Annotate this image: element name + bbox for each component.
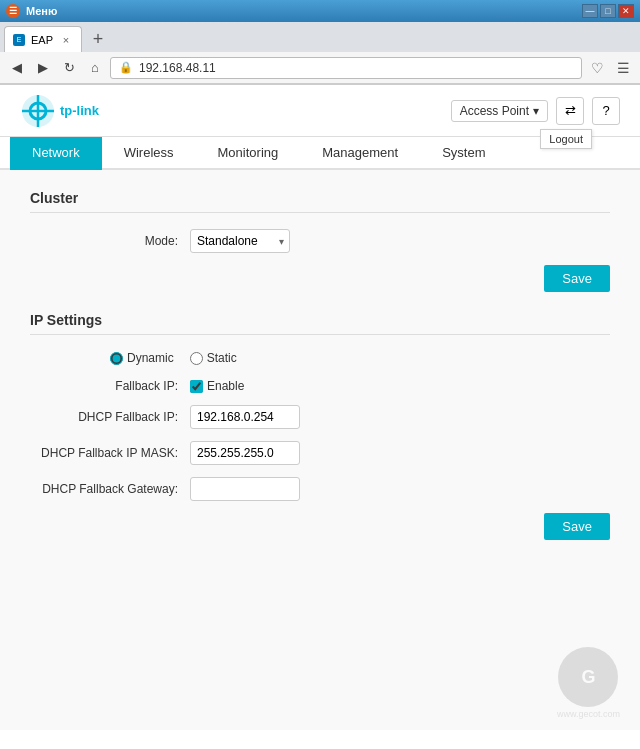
cluster-divider — [30, 212, 610, 213]
address-text: 192.168.48.11 — [139, 61, 573, 75]
logout-tooltip[interactable]: Logout — [540, 129, 592, 149]
title-bar-controls: — □ ✕ — [582, 4, 634, 18]
cluster-mode-row: Mode: Standalone Cluster ▾ — [30, 229, 610, 253]
tab-favicon: E — [13, 34, 25, 46]
nav-tab-system[interactable]: System — [420, 137, 507, 170]
app-header: tp-link Access Point ▾ ⇄ ? Logout — [0, 85, 640, 137]
logout-text: Logout — [549, 133, 583, 145]
dhcp-fallback-ip-row: DHCP Fallback IP: — [30, 405, 610, 429]
browser-menu-button[interactable]: ☰ — [612, 57, 634, 79]
tab-bar: E EAP × + — [0, 22, 640, 52]
browser-chrome: E EAP × + ◀ ▶ ↻ ⌂ 🔒 192.168.48.11 ♡ ☰ — [0, 22, 640, 85]
access-point-label: Access Point — [460, 104, 529, 118]
nav-tab-monitoring[interactable]: Monitoring — [196, 137, 301, 170]
dynamic-radio-option[interactable]: Dynamic — [110, 351, 174, 365]
cluster-mode-label: Mode: — [30, 234, 190, 248]
back-button[interactable]: ◀ — [6, 57, 28, 79]
dhcp-fallback-gw-row: DHCP Fallback Gateway: — [30, 477, 610, 501]
switch-account-button[interactable]: ⇄ — [556, 97, 584, 125]
dhcp-fallback-ip-input[interactable] — [190, 405, 300, 429]
dhcp-fallback-gw-input[interactable] — [190, 477, 300, 501]
logo-area: tp-link — [20, 93, 99, 129]
nav-tab-wireless[interactable]: Wireless — [102, 137, 196, 170]
watermark-circle: G — [558, 647, 618, 707]
title-bar-icon: ☰ — [6, 4, 20, 18]
cluster-mode-select[interactable]: Standalone Cluster — [190, 229, 290, 253]
watermark: G www.gecot.com — [557, 647, 620, 719]
forward-button[interactable]: ▶ — [32, 57, 54, 79]
fallback-ip-row: Fallback IP: Enable — [30, 379, 610, 393]
tab-close-button[interactable]: × — [59, 33, 73, 47]
dhcp-fallback-gw-label: DHCP Fallback Gateway: — [30, 482, 190, 496]
browser-action-buttons: ♡ ☰ — [586, 57, 634, 79]
app-container: tp-link Access Point ▾ ⇄ ? Logout Networ… — [0, 85, 640, 730]
nav-tab-network[interactable]: Network — [10, 137, 102, 170]
watermark-text: www.gecot.com — [557, 709, 620, 719]
browser-tab[interactable]: E EAP × — [4, 26, 82, 52]
dropdown-arrow-icon: ▾ — [533, 104, 539, 118]
static-label: Static — [207, 351, 237, 365]
minimize-button[interactable]: — — [582, 4, 598, 18]
static-radio[interactable] — [190, 352, 203, 365]
content-area: Cluster Mode: Standalone Cluster ▾ Save … — [0, 170, 640, 730]
dhcp-fallback-mask-label: DHCP Fallback IP MASK: — [30, 446, 190, 460]
bookmark-button[interactable]: ♡ — [586, 57, 608, 79]
close-button[interactable]: ✕ — [618, 4, 634, 18]
dynamic-label: Dynamic — [127, 351, 174, 365]
address-bar[interactable]: 🔒 192.168.48.11 — [110, 57, 582, 79]
ip-settings-divider — [30, 334, 610, 335]
dhcp-fallback-ip-label: DHCP Fallback IP: — [30, 410, 190, 424]
ip-settings-save-wrapper: Save — [30, 513, 610, 540]
fallback-ip-checkbox[interactable] — [190, 380, 203, 393]
help-button[interactable]: ? — [592, 97, 620, 125]
address-lock-icon: 🔒 — [119, 61, 133, 74]
fallback-ip-label: Fallback IP: — [30, 379, 190, 393]
nav-bar: ◀ ▶ ↻ ⌂ 🔒 192.168.48.11 ♡ ☰ — [0, 52, 640, 84]
fallback-ip-checkbox-label[interactable]: Enable — [190, 379, 244, 393]
dhcp-fallback-mask-row: DHCP Fallback IP MASK: — [30, 441, 610, 465]
header-right: Access Point ▾ ⇄ ? Logout — [451, 97, 620, 125]
maximize-button[interactable]: □ — [600, 4, 616, 18]
title-bar: ☰ Меню — □ ✕ — [0, 0, 640, 22]
access-point-button[interactable]: Access Point ▾ — [451, 100, 548, 122]
title-bar-text: Меню — [26, 5, 57, 17]
cluster-save-button[interactable]: Save — [544, 265, 610, 292]
cluster-section-title: Cluster — [30, 190, 610, 206]
home-button[interactable]: ⌂ — [84, 57, 106, 79]
tab-label: EAP — [31, 34, 53, 46]
ip-settings-section-title: IP Settings — [30, 312, 610, 328]
cluster-mode-select-wrapper: Standalone Cluster ▾ — [190, 229, 290, 253]
fallback-ip-enable-text: Enable — [207, 379, 244, 393]
logo-text: tp-link — [60, 103, 99, 118]
dynamic-radio[interactable] — [110, 352, 123, 365]
new-tab-button[interactable]: + — [86, 27, 110, 51]
cluster-save-wrapper: Save — [30, 265, 610, 292]
ip-type-radio-row: Dynamic Static — [30, 351, 610, 365]
dhcp-fallback-mask-input[interactable] — [190, 441, 300, 465]
static-radio-option[interactable]: Static — [190, 351, 237, 365]
refresh-button[interactable]: ↻ — [58, 57, 80, 79]
logo-icon — [20, 93, 56, 129]
nav-tab-management[interactable]: Management — [300, 137, 420, 170]
ip-settings-save-button[interactable]: Save — [544, 513, 610, 540]
